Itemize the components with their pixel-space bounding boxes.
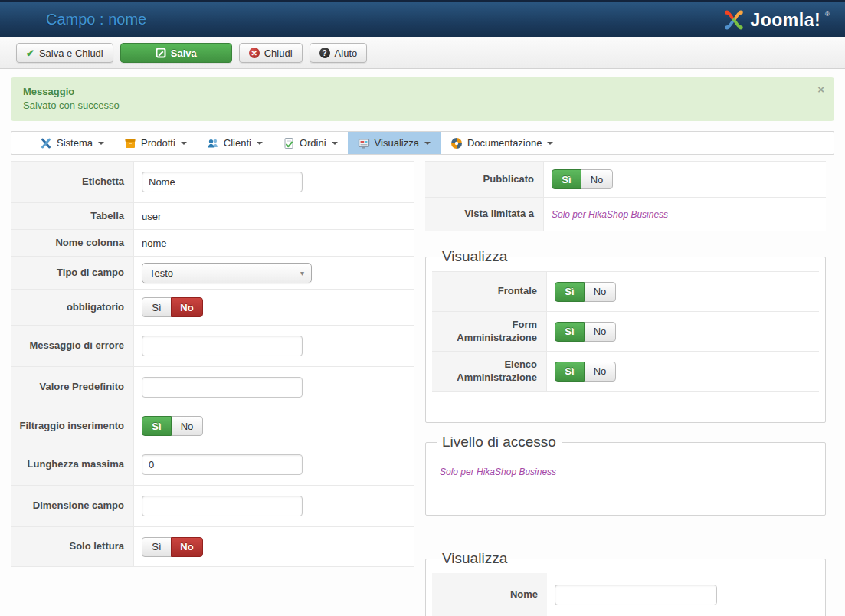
toggle-no-button[interactable]: No bbox=[584, 322, 616, 342]
menu-label: Sistema bbox=[57, 137, 93, 149]
toggle-yes-button[interactable]: Sì bbox=[142, 537, 172, 557]
frontale-toggle[interactable]: SìNo bbox=[555, 282, 616, 302]
row-vista-limitata: Vista limitata a Solo per HikaShop Busin… bbox=[425, 198, 826, 231]
toggle-no-button[interactable]: No bbox=[584, 362, 616, 382]
row-lunghezza: Lunghezza massima bbox=[11, 444, 414, 486]
form-amministrazione-toggle[interactable]: SìNo bbox=[555, 322, 616, 342]
row-form-amministrazione: Form Amministrazione SìNo bbox=[432, 312, 819, 352]
frontale-label: Frontale bbox=[432, 272, 547, 311]
help-button[interactable]: ? Aiuto bbox=[310, 43, 368, 63]
fieldset-visualizza: Visualizza Frontale SìNo Form Amministra… bbox=[425, 248, 826, 423]
success-message: × Messaggio Salvato con successo bbox=[11, 77, 834, 121]
menu-item-documentazione[interactable]: Documentazione bbox=[441, 132, 564, 154]
tipo-di-campo-label: Tipo di campo bbox=[11, 257, 134, 289]
vista-limitata-link[interactable]: Solo per HikaShop Business bbox=[552, 209, 668, 220]
joomla-logo-icon bbox=[722, 8, 745, 31]
toggle-yes-button[interactable]: Sì bbox=[555, 322, 585, 342]
row-tipo-di-campo: Tipo di campo Testo ▾ bbox=[11, 257, 414, 290]
row-elenco-amministrazione: Elenco Amministrazione SìNo bbox=[432, 352, 819, 392]
help-label: Aiuto bbox=[335, 48, 358, 59]
row-obbligatorio: obbligatorio SìNo bbox=[11, 290, 414, 326]
obbligatorio-label: obbligatorio bbox=[11, 290, 134, 325]
row-filtraggio: Filtraggio inserimento SìNo bbox=[11, 408, 414, 444]
row-valore-predefinito: Valore Predefinito bbox=[11, 367, 414, 408]
toggle-yes-button[interactable]: Sì bbox=[552, 169, 581, 189]
nome-display-label: Nome bbox=[432, 573, 547, 616]
menu-label: Clienti bbox=[224, 137, 251, 149]
filtraggio-toggle[interactable]: SìNo bbox=[142, 416, 203, 436]
chevron-down-icon bbox=[332, 142, 338, 145]
obbligatorio-toggle[interactable]: SìNo bbox=[142, 297, 203, 317]
dimensione-input[interactable] bbox=[142, 496, 303, 516]
display-icon bbox=[358, 137, 370, 149]
component-menu: Sistema Prodotti Clienti Ordini bbox=[11, 131, 834, 155]
joomla-logo: Joomla! ® bbox=[722, 8, 830, 31]
content-area: Etichetta Tabella user Nome colonna nome… bbox=[11, 161, 834, 616]
page: Campo : nome Joomla! ® bbox=[0, 0, 845, 616]
toggle-no-button[interactable]: No bbox=[171, 416, 203, 436]
order-document-icon bbox=[283, 137, 295, 149]
toggle-no-button[interactable]: No bbox=[584, 282, 616, 302]
etichetta-input[interactable] bbox=[142, 172, 303, 192]
box-icon bbox=[124, 137, 136, 149]
close-circle-icon: ✕ bbox=[249, 48, 260, 58]
lunghezza-label: Lunghezza massima bbox=[11, 444, 134, 485]
menu-item-prodotti[interactable]: Prodotti bbox=[114, 132, 197, 154]
chevron-down-icon bbox=[424, 142, 431, 145]
users-icon bbox=[207, 137, 219, 149]
fieldset-accesso-legend: Livello di accesso bbox=[437, 434, 562, 451]
field-settings-table: Etichetta Tabella user Nome colonna nome… bbox=[11, 161, 414, 567]
lunghezza-input[interactable] bbox=[142, 454, 303, 475]
valore-predefinito-input[interactable] bbox=[142, 377, 303, 398]
menu-item-visualizza[interactable]: Visualizza bbox=[348, 132, 441, 154]
row-etichetta: Etichetta bbox=[11, 162, 414, 203]
toggle-yes-button[interactable]: Sì bbox=[142, 297, 172, 317]
nome-colonna-value: nome bbox=[142, 238, 167, 249]
solo-lettura-label: Solo lettura bbox=[11, 527, 134, 566]
nome-colonna-label: Nome colonna bbox=[11, 230, 134, 256]
chevron-down-icon bbox=[257, 142, 263, 145]
toggle-no-button[interactable]: No bbox=[581, 169, 613, 189]
joomla-logo-mark: ® bbox=[825, 11, 830, 18]
nome-display-input[interactable] bbox=[555, 585, 717, 605]
toggle-yes-button[interactable]: Sì bbox=[142, 416, 172, 436]
help-circle-icon: ? bbox=[319, 48, 330, 58]
menu-label: Prodotti bbox=[141, 137, 175, 149]
menu-item-ordini[interactable]: Ordini bbox=[273, 132, 348, 154]
field-type-select[interactable]: Testo ▾ bbox=[142, 263, 312, 283]
row-pubblicato: Pubblicato SìNo bbox=[425, 162, 826, 198]
toggle-yes-button[interactable]: Sì bbox=[555, 362, 585, 382]
save-label: Salva bbox=[171, 48, 197, 59]
elenco-amministrazione-toggle[interactable]: SìNo bbox=[555, 362, 616, 382]
toggle-yes-button[interactable]: Sì bbox=[555, 282, 585, 302]
solo-lettura-toggle[interactable]: SìNo bbox=[142, 537, 203, 557]
fieldset-visualizza-2: Visualizza Nome bbox=[425, 550, 826, 616]
menu-item-sistema[interactable]: Sistema bbox=[30, 132, 114, 154]
elenco-amministrazione-label: Elenco Amministrazione bbox=[432, 352, 547, 391]
save-icon bbox=[156, 48, 166, 58]
pubblicato-label: Pubblicato bbox=[425, 162, 544, 197]
toggle-no-button[interactable]: No bbox=[171, 297, 203, 317]
fieldset-livello-accesso: Livello di accesso Solo per HikaShop Bus… bbox=[425, 434, 826, 516]
documentation-icon bbox=[450, 137, 463, 149]
field-type-value: Testo bbox=[149, 267, 173, 279]
toggle-no-button[interactable]: No bbox=[171, 537, 203, 557]
save-button[interactable]: Salva bbox=[120, 43, 232, 63]
save-and-close-button[interactable]: ✔ Salva e Chiudi bbox=[16, 43, 113, 63]
fieldset-visualizza-legend: Visualizza bbox=[437, 248, 513, 265]
accesso-business-link[interactable]: Solo per HikaShop Business bbox=[440, 467, 556, 477]
close-button[interactable]: ✕ Chiudi bbox=[239, 43, 303, 63]
pubblicato-toggle[interactable]: SìNo bbox=[552, 169, 613, 189]
joomla-logo-text: Joomla! bbox=[750, 10, 820, 31]
tools-icon bbox=[40, 137, 52, 149]
row-nome-colonna: Nome colonna nome bbox=[11, 230, 414, 257]
menu-item-clienti[interactable]: Clienti bbox=[197, 132, 273, 154]
row-nome-display: Nome bbox=[432, 573, 819, 616]
chevron-down-icon bbox=[181, 142, 187, 145]
vista-limitata-label: Vista limitata a bbox=[425, 198, 544, 231]
valore-predefinito-label: Valore Predefinito bbox=[11, 367, 134, 408]
row-solo-lettura: Solo lettura SìNo bbox=[11, 527, 414, 567]
row-tabella: Tabella user bbox=[11, 203, 414, 230]
message-close-icon[interactable]: × bbox=[817, 84, 824, 95]
messaggio-errore-input[interactable] bbox=[142, 336, 303, 356]
